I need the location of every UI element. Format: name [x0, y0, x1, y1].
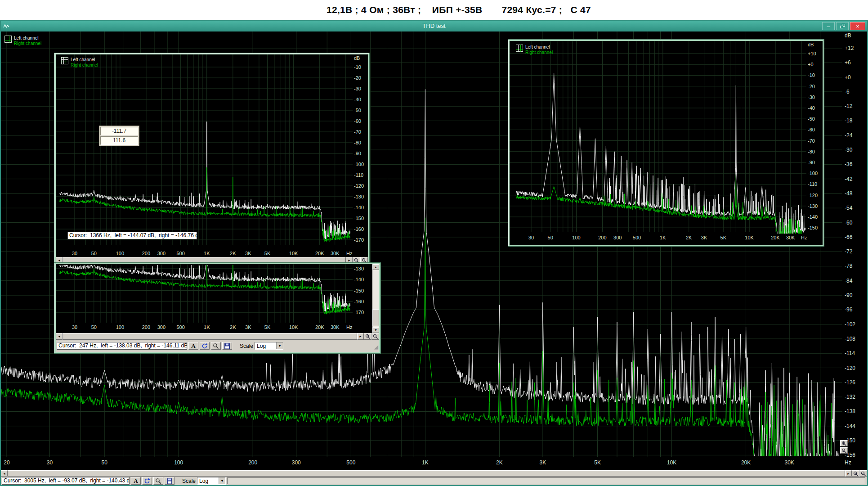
svg-text:2K: 2K	[230, 251, 236, 256]
traces	[59, 264, 350, 314]
svg-text:20K: 20K	[315, 251, 324, 256]
svg-text:-72: -72	[845, 248, 853, 255]
svg-text:-102: -102	[845, 321, 855, 328]
svg-text:-96: -96	[845, 306, 853, 313]
trace-right-channel	[516, 175, 806, 244]
svg-text:+6: +6	[845, 59, 851, 66]
legend-grid-icon	[516, 45, 523, 52]
zoom-inset-vscrollbar: ▲ ▼	[372, 264, 379, 333]
left-inset-window[interactable]: dB-10-20-30-40-50-60-70-80-90-100-110-12…	[54, 53, 370, 265]
svg-text:2K: 2K	[686, 235, 692, 240]
svg-text:-12: -12	[845, 103, 853, 109]
svg-text:-40: -40	[808, 105, 815, 111]
svg-text:-10: -10	[808, 72, 815, 78]
refresh-button[interactable]	[200, 342, 210, 350]
zoom-inset-window[interactable]: -130-140-150-160-17030501002003005001K2K…	[54, 262, 381, 354]
svg-text:-130: -130	[808, 203, 818, 209]
scroll-right-button[interactable]: ►	[357, 333, 364, 340]
legend-right-channel: Right channel	[14, 41, 41, 46]
zoom-in-button[interactable]	[364, 333, 371, 340]
dropdown-arrow-icon[interactable]: ▼	[276, 342, 283, 349]
zoom-out-button[interactable]	[859, 470, 867, 477]
scale-value: Log	[197, 478, 219, 484]
scrollbar-thumb[interactable]	[8, 470, 845, 477]
dropdown-arrow-icon[interactable]: ▼	[219, 477, 225, 484]
svg-text:Hz: Hz	[801, 235, 807, 240]
zoom-inset-statusbar: Cursor: 247 Hz, left = -138.03 dB, right…	[56, 340, 379, 352]
traces	[516, 73, 806, 244]
svg-text:300: 300	[292, 459, 301, 466]
zoom-in-button[interactable]	[840, 440, 848, 446]
svg-text:20K: 20K	[741, 459, 751, 466]
desktop-caption-bar: 12,1В ; 4 Ом ; 36Вт ; ИБП +-35В 7294 Кус…	[0, 0, 868, 20]
svg-text:-130: -130	[354, 266, 364, 271]
svg-text:500: 500	[633, 235, 641, 240]
svg-text:-90: -90	[845, 292, 853, 298]
resize-grip[interactable]: ◢	[372, 342, 378, 350]
svg-text:-108: -108	[845, 336, 855, 342]
scroll-right-button[interactable]: ►	[845, 470, 852, 477]
close-button[interactable]: ×	[850, 22, 865, 30]
svg-text:3K: 3K	[245, 324, 251, 330]
svg-text:dB: dB	[845, 32, 851, 39]
svg-text:+0: +0	[845, 74, 851, 81]
left-inset-legend: Left channelRight channel	[61, 57, 98, 68]
scale-dropdown[interactable]: Log▼	[255, 342, 283, 350]
svg-text:200: 200	[248, 459, 257, 466]
scroll-left-button[interactable]: ◄	[56, 333, 63, 340]
svg-text:-42: -42	[845, 176, 853, 182]
svg-text:Hz: Hz	[346, 251, 352, 256]
scrollbar-thumb[interactable]	[372, 309, 379, 326]
bold-a-icon: A	[191, 343, 195, 349]
svg-text:20K: 20K	[315, 324, 324, 330]
window-controls: – ×	[822, 22, 865, 30]
zoom-inset-spectrum-plot[interactable]: -130-140-150-160-17030501002003005001K2K…	[56, 264, 372, 333]
svg-text:2K: 2K	[496, 459, 503, 466]
scroll-up-button[interactable]: ▲	[372, 264, 379, 270]
svg-text:-66: -66	[845, 234, 853, 240]
window-title: THD test	[422, 22, 445, 29]
right-inset-window[interactable]: dB+10+0-10-20-30-40-50-60-70-80-90-100-1…	[508, 39, 824, 247]
titlebar[interactable]: THD test – ×	[1, 21, 867, 32]
svg-text:Hz: Hz	[845, 459, 851, 466]
zoom-out-button[interactable]	[371, 333, 379, 340]
svg-text:30K: 30K	[786, 235, 795, 240]
legend-left-channel: Left channel	[525, 45, 553, 50]
scale-dropdown[interactable]: Log▼	[197, 477, 226, 485]
svg-text:3K: 3K	[540, 459, 546, 466]
save-button[interactable]	[165, 477, 174, 485]
minimize-button[interactable]: –	[822, 22, 835, 30]
magnifier-button[interactable]	[153, 477, 163, 485]
svg-text:-140: -140	[808, 214, 818, 220]
scrollbar-track[interactable]	[63, 333, 357, 340]
zoom-in-button[interactable]	[852, 470, 859, 477]
scrollbar-track[interactable]	[8, 470, 845, 477]
right-inset-spectrum-plot[interactable]: dB+10+0-10-20-30-40-50-60-70-80-90-100-1…	[510, 41, 823, 245]
scroll-down-button[interactable]: ▼	[372, 327, 379, 333]
scroll-left-button[interactable]: ◄	[1, 470, 8, 477]
grid	[56, 54, 353, 245]
zoom-out-button[interactable]	[840, 447, 848, 454]
cursor-readout: Cursor: 1366 Hz, left = -144.07 dB, righ…	[67, 232, 197, 239]
restore-button[interactable]	[836, 22, 849, 30]
legend-grid-icon	[4, 36, 12, 43]
svg-text:-70: -70	[354, 129, 361, 135]
svg-text:-48: -48	[845, 190, 853, 197]
scale-value: Log	[255, 343, 276, 349]
magnifier-button[interactable]	[211, 342, 221, 350]
scrollbar-track[interactable]	[372, 270, 379, 327]
save-button[interactable]	[222, 342, 232, 350]
refresh-button[interactable]	[142, 477, 152, 485]
svg-text:-150: -150	[354, 216, 364, 221]
svg-text:50: 50	[548, 235, 553, 240]
scrollbar-thumb[interactable]	[63, 333, 357, 340]
svg-text:-36: -36	[845, 161, 853, 167]
amplitude-button[interactable]: A	[188, 342, 198, 350]
amplitude-button[interactable]: A	[131, 477, 141, 485]
trace-right-channel	[59, 167, 350, 242]
svg-text:1K: 1K	[660, 235, 666, 240]
svg-text:3K: 3K	[245, 251, 251, 256]
svg-text:dB: dB	[808, 42, 814, 47]
svg-text:300: 300	[613, 235, 622, 240]
svg-text:-100: -100	[808, 171, 818, 176]
